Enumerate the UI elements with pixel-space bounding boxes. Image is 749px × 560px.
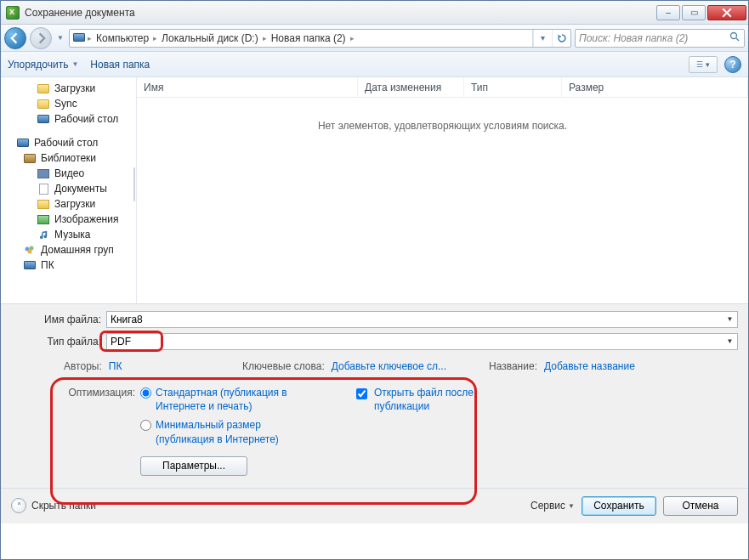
- title-label: Название:: [489, 360, 537, 372]
- search-icon: [729, 31, 740, 45]
- tree-item-pc[interactable]: ПК: [1, 257, 136, 273]
- col-size[interactable]: Размер: [562, 77, 748, 97]
- title-value[interactable]: Добавьте название: [544, 360, 635, 372]
- svg-point-0: [731, 32, 737, 38]
- save-button[interactable]: Сохранить: [582, 496, 656, 516]
- maximize-button[interactable]: ▭: [682, 5, 706, 20]
- titlebar: Сохранение документа – ▭: [1, 1, 748, 25]
- new-folder-button[interactable]: Новая папка: [90, 59, 150, 71]
- radio-minimum-label[interactable]: Минимальный размер (публикация в Интерне…: [156, 418, 310, 445]
- tree-item[interactable]: Музыка: [1, 227, 136, 242]
- save-form: Имя файла: ▼ Тип файла: ▼ Авторы: ПК Клю…: [1, 303, 748, 488]
- col-type[interactable]: Тип: [464, 77, 562, 97]
- breadcrumb-bar[interactable]: ▸ Компьютер ▸ Локальный диск (D:) ▸ Нова…: [69, 29, 571, 48]
- homegroup-icon: [23, 244, 37, 256]
- breadcrumb-seg[interactable]: Компьютер: [94, 32, 150, 44]
- optimization-label: Оптимизация:: [11, 386, 140, 476]
- empty-message: Нет элементов, удовлетворяющих условиям …: [137, 120, 748, 132]
- tree-item[interactable]: Видео: [1, 166, 136, 181]
- chevron-up-icon: ˄: [11, 498, 26, 513]
- breadcrumb-dropdown[interactable]: ▾: [533, 30, 552, 47]
- authors-value[interactable]: ПК: [109, 360, 122, 372]
- file-list-pane: Имя Дата изменения Тип Размер Нет элемен…: [137, 77, 748, 303]
- tree-item-homegroup[interactable]: Домашняя груп: [1, 242, 136, 257]
- filetype-label: Тип файла:: [11, 336, 106, 348]
- cancel-button[interactable]: Отмена: [663, 496, 738, 516]
- tree-item[interactable]: Рабочий стол: [1, 111, 136, 127]
- forward-button[interactable]: [30, 27, 52, 49]
- tree-item[interactable]: Sync: [1, 96, 136, 111]
- folder-tree[interactable]: Загрузки Sync Рабочий стол Рабочий стол …: [1, 77, 137, 303]
- back-button[interactable]: [4, 27, 26, 49]
- music-icon: [37, 229, 50, 240]
- help-button[interactable]: ?: [724, 56, 741, 73]
- tree-item[interactable]: Загрузки: [1, 196, 136, 212]
- breadcrumb-seg[interactable]: Новая папка (2): [270, 32, 348, 44]
- tree-item[interactable]: Документы: [1, 181, 136, 196]
- search-placeholder: Поиск: Новая папка (2): [579, 32, 688, 44]
- tree-item[interactable]: Изображения: [1, 212, 136, 227]
- col-date[interactable]: Дата изменения: [358, 77, 464, 97]
- computer-icon: [73, 32, 85, 44]
- svg-line-1: [736, 38, 739, 41]
- refresh-button[interactable]: [552, 30, 570, 47]
- filetype-combo[interactable]: [106, 333, 738, 350]
- history-dropdown[interactable]: ▼: [55, 30, 65, 47]
- dialog-footer: ˄ Скрыть папки Сервис▼ Сохранить Отмена: [1, 488, 748, 523]
- radio-standard-label[interactable]: Стандартная (публикация в Интернете и пе…: [156, 386, 310, 413]
- checkbox-open-after[interactable]: [356, 388, 367, 399]
- svg-point-4: [28, 250, 32, 254]
- breadcrumb-seg[interactable]: Локальный диск (D:): [160, 32, 260, 44]
- options-button[interactable]: Параметры...: [140, 456, 247, 476]
- save-dialog-window: Сохранение документа – ▭ ▼ ▸ Компьютер ▸…: [0, 0, 749, 560]
- tools-menu[interactable]: Сервис▼: [531, 500, 575, 512]
- tree-item-desktop[interactable]: Рабочий стол: [1, 135, 136, 150]
- hide-folders-button[interactable]: ˄ Скрыть папки: [11, 498, 96, 513]
- tree-item[interactable]: Загрузки: [1, 81, 136, 96]
- keywords-value[interactable]: Добавьте ключевое сл...: [332, 360, 446, 372]
- radio-standard[interactable]: [140, 387, 151, 399]
- close-button[interactable]: [707, 5, 746, 20]
- column-headers[interactable]: Имя Дата изменения Тип Размер: [137, 77, 748, 98]
- filename-label: Имя файла:: [11, 314, 106, 325]
- filename-dropdown[interactable]: ▼: [723, 313, 736, 325]
- col-name[interactable]: Имя: [137, 77, 358, 97]
- radio-minimum[interactable]: [140, 420, 151, 431]
- navigation-bar: ▼ ▸ Компьютер ▸ Локальный диск (D:) ▸ Но…: [1, 25, 748, 52]
- authors-label: Авторы:: [64, 360, 102, 372]
- minimize-button[interactable]: –: [656, 5, 680, 20]
- checkbox-open-after-label[interactable]: Открыть файл после публикации: [374, 386, 485, 413]
- search-input[interactable]: Поиск: Новая папка (2): [575, 29, 745, 48]
- tree-item-libraries[interactable]: Библиотеки: [1, 150, 136, 166]
- organize-button[interactable]: Упорядочить▼: [8, 59, 78, 71]
- window-title: Сохранение документа: [25, 7, 656, 19]
- filename-input[interactable]: [106, 311, 738, 328]
- app-icon: [6, 6, 20, 20]
- keywords-label: Ключевые слова:: [242, 360, 325, 372]
- toolbar: Упорядочить▼ Новая папка ☰ ▾ ?: [1, 52, 748, 77]
- view-mode-button[interactable]: ☰ ▾: [689, 56, 718, 73]
- filetype-dropdown[interactable]: ▼: [723, 335, 736, 348]
